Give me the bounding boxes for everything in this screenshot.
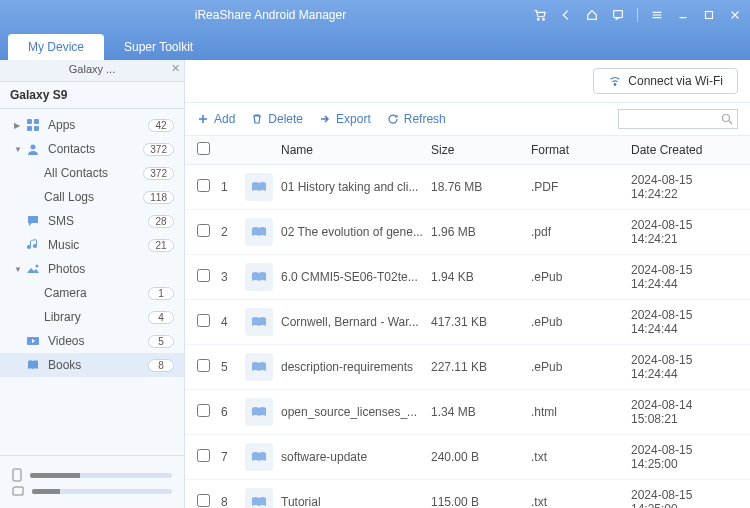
- search-input[interactable]: [623, 113, 721, 125]
- refresh-button[interactable]: Refresh: [387, 112, 446, 126]
- row-name: software-update: [281, 450, 431, 464]
- feedback-icon[interactable]: [611, 8, 625, 22]
- table-row[interactable]: 8Tutorial115.00 B.txt2024-08-15 14:25:00: [185, 480, 750, 508]
- row-index: 8: [221, 495, 245, 508]
- delete-label: Delete: [268, 112, 303, 126]
- minimize-icon[interactable]: [676, 8, 690, 22]
- row-format: .PDF: [531, 180, 631, 194]
- wifi-icon: [608, 74, 622, 88]
- sidebar-item-label: Photos: [48, 262, 174, 276]
- row-checkbox[interactable]: [197, 449, 210, 462]
- sidebar-item-videos[interactable]: Videos5: [0, 329, 184, 353]
- table-row[interactable]: 7software-update240.00 B.txt2024-08-15 1…: [185, 435, 750, 480]
- book-icon: [245, 398, 273, 426]
- category-tree: ▶Apps42▼Contacts372All Contacts372Call L…: [0, 109, 184, 455]
- add-label: Add: [214, 112, 235, 126]
- sidebar-item-music[interactable]: Music21: [0, 233, 184, 257]
- table-row[interactable]: 36.0 CMMI5-SE06-T02te...1.94 KB.ePub2024…: [185, 255, 750, 300]
- row-date: 2024-08-15 14:24:21: [631, 218, 738, 246]
- expand-icon: ▶: [14, 121, 24, 130]
- table-row[interactable]: 5description-requirements227.11 KB.ePub2…: [185, 345, 750, 390]
- back-icon[interactable]: [559, 8, 573, 22]
- sidebar-item-label: Apps: [48, 118, 148, 132]
- row-size: 417.31 KB: [431, 315, 531, 329]
- expand-icon: ▼: [14, 265, 24, 274]
- col-format[interactable]: Format: [531, 143, 631, 157]
- sd-storage-icon: [12, 486, 24, 496]
- search-box[interactable]: [618, 109, 738, 129]
- row-size: 18.76 MB: [431, 180, 531, 194]
- table-row[interactable]: 4Cornwell, Bernard - War...417.31 KB.ePu…: [185, 300, 750, 345]
- sidebar-item-label: Music: [48, 238, 148, 252]
- add-button[interactable]: Add: [197, 112, 235, 126]
- row-index: 7: [221, 450, 245, 464]
- expand-icon: ▼: [14, 145, 24, 154]
- sidebar-item-label: Call Logs: [44, 190, 143, 204]
- sidebar-item-call-logs[interactable]: Call Logs118: [0, 185, 184, 209]
- row-checkbox[interactable]: [197, 404, 210, 417]
- row-index: 4: [221, 315, 245, 329]
- home-icon[interactable]: [585, 8, 599, 22]
- svg-point-1: [543, 19, 545, 21]
- book-icon: [245, 308, 273, 336]
- sms-icon: [24, 214, 42, 228]
- phone-storage-icon: [12, 468, 22, 482]
- sidebar: Galaxy ... ✕ Galaxy S9 ▶Apps42▼Contacts3…: [0, 60, 185, 508]
- sidebar-item-photos[interactable]: ▼Photos: [0, 257, 184, 281]
- contacts-icon: [24, 142, 42, 156]
- book-icon: [245, 443, 273, 471]
- count-badge: 4: [148, 311, 174, 324]
- refresh-label: Refresh: [404, 112, 446, 126]
- row-checkbox[interactable]: [197, 494, 210, 507]
- menu-icon[interactable]: [650, 8, 664, 22]
- sidebar-item-sms[interactable]: SMS28: [0, 209, 184, 233]
- book-icon: [245, 263, 273, 291]
- sidebar-item-books[interactable]: Books8: [0, 353, 184, 377]
- row-name: Cornwell, Bernard - War...: [281, 315, 431, 329]
- count-badge: 8: [148, 359, 174, 372]
- connect-wifi-button[interactable]: Connect via Wi-Fi: [593, 68, 738, 94]
- col-date[interactable]: Date Created: [631, 143, 738, 157]
- row-format: .ePub: [531, 270, 631, 284]
- close-device-icon[interactable]: ✕: [171, 62, 180, 75]
- row-name: 02 The evolution of gene...: [281, 225, 431, 239]
- cart-icon[interactable]: [533, 8, 547, 22]
- table-body: 101 History taking and cli...18.76 MB.PD…: [185, 165, 750, 508]
- table-row[interactable]: 202 The evolution of gene...1.96 MB.pdf2…: [185, 210, 750, 255]
- tab-my-device[interactable]: My Device: [8, 34, 104, 60]
- row-checkbox[interactable]: [197, 359, 210, 372]
- row-checkbox[interactable]: [197, 224, 210, 237]
- table-row[interactable]: 101 History taking and cli...18.76 MB.PD…: [185, 165, 750, 210]
- row-checkbox[interactable]: [197, 314, 210, 327]
- svg-point-0: [537, 19, 539, 21]
- row-checkbox[interactable]: [197, 269, 210, 282]
- export-button[interactable]: Export: [319, 112, 371, 126]
- tab-super-toolkit[interactable]: Super Toolkit: [104, 34, 213, 60]
- sidebar-item-camera[interactable]: Camera1: [0, 281, 184, 305]
- sidebar-item-apps[interactable]: ▶Apps42: [0, 113, 184, 137]
- refresh-icon: [387, 113, 399, 125]
- svg-point-8: [31, 145, 36, 150]
- row-format: .html: [531, 405, 631, 419]
- device-tab[interactable]: Galaxy ... ✕: [0, 60, 184, 81]
- books-icon: [24, 358, 42, 372]
- col-name[interactable]: Name: [281, 143, 431, 157]
- sidebar-item-all-contacts[interactable]: All Contacts372: [0, 161, 184, 185]
- sidebar-item-label: SMS: [48, 214, 148, 228]
- col-size[interactable]: Size: [431, 143, 531, 157]
- row-size: 1.94 KB: [431, 270, 531, 284]
- delete-button[interactable]: Delete: [251, 112, 303, 126]
- row-date: 2024-08-14 15:08:21: [631, 398, 738, 426]
- row-size: 1.34 MB: [431, 405, 531, 419]
- music-icon: [24, 238, 42, 252]
- row-checkbox[interactable]: [197, 179, 210, 192]
- sidebar-item-library[interactable]: Library4: [0, 305, 184, 329]
- table-row[interactable]: 6open_source_licenses_...1.34 MB.html202…: [185, 390, 750, 435]
- svg-point-13: [723, 115, 730, 122]
- sidebar-item-contacts[interactable]: ▼Contacts372: [0, 137, 184, 161]
- separator: [637, 8, 638, 22]
- select-all-checkbox[interactable]: [197, 142, 210, 155]
- close-icon[interactable]: [728, 8, 742, 22]
- row-date: 2024-08-15 14:24:44: [631, 353, 738, 381]
- maximize-icon[interactable]: [702, 8, 716, 22]
